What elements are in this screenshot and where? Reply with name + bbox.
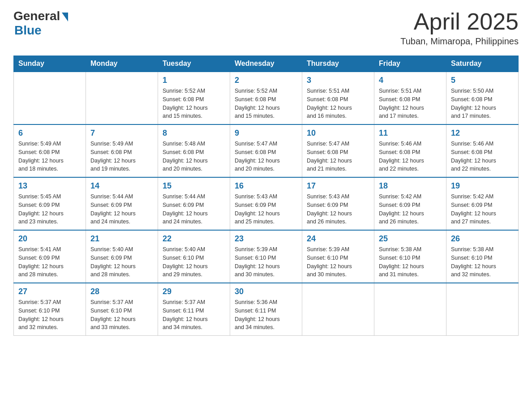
day-number: 4 [379,76,442,85]
day-info: Sunrise: 5:47 AMSunset: 6:08 PMDaylight:… [235,140,297,173]
day-number: 20 [18,234,81,244]
day-info: Sunrise: 5:44 AMSunset: 6:09 PMDaylight:… [90,193,153,226]
calendar-cell: 4Sunrise: 5:51 AMSunset: 6:08 PMDaylight… [374,72,446,124]
day-info: Sunrise: 5:48 AMSunset: 6:08 PMDaylight:… [163,140,225,173]
day-number: 6 [18,128,81,138]
day-number: 9 [235,128,297,138]
calendar-cell: 1Sunrise: 5:52 AMSunset: 6:08 PMDaylight… [158,72,230,124]
calendar-cell [14,72,86,124]
day-number: 17 [307,181,369,191]
weekday-header-sunday: Sunday [14,56,86,72]
calendar-cell [446,283,519,336]
calendar-cell: 29Sunrise: 5:37 AMSunset: 6:11 PMDayligh… [158,283,230,336]
day-info: Sunrise: 5:51 AMSunset: 6:08 PMDaylight:… [379,87,442,120]
day-info: Sunrise: 5:39 AMSunset: 6:10 PMDaylight:… [235,245,297,279]
calendar-cell [86,72,158,124]
day-info: Sunrise: 5:51 AMSunset: 6:08 PMDaylight:… [307,87,369,120]
day-number: 30 [235,287,297,296]
logo-arrow-icon [62,13,68,21]
calendar-cell: 22Sunrise: 5:40 AMSunset: 6:10 PMDayligh… [158,230,230,283]
calendar-cell: 9Sunrise: 5:47 AMSunset: 6:08 PMDaylight… [230,124,302,177]
week-row-1: 1Sunrise: 5:52 AMSunset: 6:08 PMDaylight… [14,72,519,124]
day-info: Sunrise: 5:42 AMSunset: 6:09 PMDaylight:… [379,193,442,226]
day-number: 23 [235,234,297,244]
day-info: Sunrise: 5:49 AMSunset: 6:08 PMDaylight:… [90,140,153,173]
day-info: Sunrise: 5:49 AMSunset: 6:08 PMDaylight:… [18,140,81,173]
day-number: 14 [90,181,153,191]
week-row-5: 27Sunrise: 5:37 AMSunset: 6:10 PMDayligh… [14,283,519,336]
day-info: Sunrise: 5:37 AMSunset: 6:11 PMDaylight:… [163,298,225,332]
calendar-cell: 27Sunrise: 5:37 AMSunset: 6:10 PMDayligh… [14,283,86,336]
calendar-cell: 6Sunrise: 5:49 AMSunset: 6:08 PMDaylight… [14,124,86,177]
calendar-cell: 10Sunrise: 5:47 AMSunset: 6:08 PMDayligh… [302,124,374,177]
day-info: Sunrise: 5:47 AMSunset: 6:08 PMDaylight:… [307,140,369,173]
day-number: 5 [451,76,514,85]
day-info: Sunrise: 5:46 AMSunset: 6:08 PMDaylight:… [379,140,442,173]
day-info: Sunrise: 5:43 AMSunset: 6:09 PMDaylight:… [235,193,297,226]
weekday-header-wednesday: Wednesday [230,56,302,72]
day-number: 27 [18,287,81,296]
calendar-cell: 24Sunrise: 5:39 AMSunset: 6:10 PMDayligh… [302,230,374,283]
weekday-header-tuesday: Tuesday [158,56,230,72]
week-row-3: 13Sunrise: 5:45 AMSunset: 6:09 PMDayligh… [14,177,519,230]
calendar-table: SundayMondayTuesdayWednesdayThursdayFrid… [13,56,519,336]
calendar-cell: 18Sunrise: 5:42 AMSunset: 6:09 PMDayligh… [374,177,446,230]
weekday-header-friday: Friday [374,56,446,72]
calendar-cell [374,283,446,336]
calendar-cell: 23Sunrise: 5:39 AMSunset: 6:10 PMDayligh… [230,230,302,283]
day-number: 28 [90,287,153,296]
day-info: Sunrise: 5:38 AMSunset: 6:10 PMDaylight:… [379,245,442,279]
calendar-cell: 12Sunrise: 5:46 AMSunset: 6:08 PMDayligh… [446,124,519,177]
calendar-header-row: SundayMondayTuesdayWednesdayThursdayFrid… [14,56,519,72]
calendar-cell: 21Sunrise: 5:40 AMSunset: 6:09 PMDayligh… [86,230,158,283]
calendar-cell: 30Sunrise: 5:36 AMSunset: 6:11 PMDayligh… [230,283,302,336]
day-number: 3 [307,76,369,85]
month-year-title: April 2025 [400,9,519,34]
calendar-cell: 11Sunrise: 5:46 AMSunset: 6:08 PMDayligh… [374,124,446,177]
weekday-header-saturday: Saturday [446,56,519,72]
title-section: April 2025 Tuban, Mimaropa, Philippines [400,9,519,47]
day-info: Sunrise: 5:43 AMSunset: 6:09 PMDaylight:… [307,193,369,226]
day-info: Sunrise: 5:46 AMSunset: 6:08 PMDaylight:… [451,140,514,173]
calendar-cell: 13Sunrise: 5:45 AMSunset: 6:09 PMDayligh… [14,177,86,230]
day-number: 18 [379,181,442,191]
calendar-cell: 19Sunrise: 5:42 AMSunset: 6:09 PMDayligh… [446,177,519,230]
day-number: 15 [163,181,225,191]
logo-blue-text: Blue [14,23,42,38]
day-info: Sunrise: 5:37 AMSunset: 6:10 PMDaylight:… [18,298,81,332]
calendar-cell: 5Sunrise: 5:50 AMSunset: 6:08 PMDaylight… [446,72,519,124]
location-subtitle: Tuban, Mimaropa, Philippines [400,36,519,47]
day-number: 25 [379,234,442,244]
day-number: 7 [90,128,153,138]
day-number: 10 [307,128,369,138]
calendar-cell: 20Sunrise: 5:41 AMSunset: 6:09 PMDayligh… [14,230,86,283]
day-number: 12 [451,128,514,138]
day-info: Sunrise: 5:39 AMSunset: 6:10 PMDaylight:… [307,245,369,279]
day-number: 1 [163,76,225,85]
calendar-cell: 26Sunrise: 5:38 AMSunset: 6:10 PMDayligh… [446,230,519,283]
day-info: Sunrise: 5:52 AMSunset: 6:08 PMDaylight:… [235,87,297,120]
page-header: General Blue April 2025 Tuban, Mimaropa,… [13,9,519,47]
day-info: Sunrise: 5:45 AMSunset: 6:09 PMDaylight:… [18,193,81,226]
week-row-2: 6Sunrise: 5:49 AMSunset: 6:08 PMDaylight… [14,124,519,177]
day-info: Sunrise: 5:41 AMSunset: 6:09 PMDaylight:… [18,245,81,279]
logo: General Blue [13,9,68,38]
day-info: Sunrise: 5:50 AMSunset: 6:08 PMDaylight:… [451,87,514,120]
day-number: 2 [235,76,297,85]
calendar-cell: 8Sunrise: 5:48 AMSunset: 6:08 PMDaylight… [158,124,230,177]
day-number: 16 [235,181,297,191]
day-number: 22 [163,234,225,244]
day-number: 21 [90,234,153,244]
calendar-cell [302,283,374,336]
day-number: 11 [379,128,442,138]
day-info: Sunrise: 5:38 AMSunset: 6:10 PMDaylight:… [451,245,514,279]
calendar-cell: 7Sunrise: 5:49 AMSunset: 6:08 PMDaylight… [86,124,158,177]
calendar-cell: 14Sunrise: 5:44 AMSunset: 6:09 PMDayligh… [86,177,158,230]
day-number: 19 [451,181,514,191]
calendar-cell: 17Sunrise: 5:43 AMSunset: 6:09 PMDayligh… [302,177,374,230]
calendar-cell: 16Sunrise: 5:43 AMSunset: 6:09 PMDayligh… [230,177,302,230]
calendar-cell: 15Sunrise: 5:44 AMSunset: 6:09 PMDayligh… [158,177,230,230]
weekday-header-monday: Monday [86,56,158,72]
day-number: 8 [163,128,225,138]
day-info: Sunrise: 5:44 AMSunset: 6:09 PMDaylight:… [163,193,225,226]
